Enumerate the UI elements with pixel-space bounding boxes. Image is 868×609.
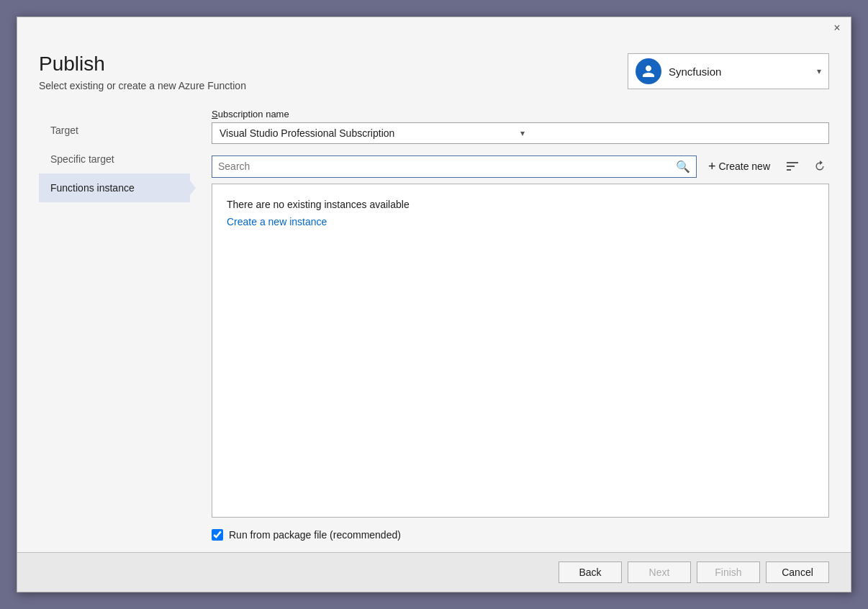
content-area: Publish Select existing or create a new …: [17, 39, 851, 552]
finish-button[interactable]: Finish: [697, 561, 760, 583]
svg-rect-1: [787, 166, 795, 167]
subscription-label: Subscription name: [212, 109, 829, 119]
right-panel: Subscription name Visual Studio Professi…: [190, 109, 829, 552]
create-new-label: Create new: [718, 161, 770, 172]
page-title: Publish: [39, 53, 246, 76]
header-row: Publish Select existing or create a new …: [39, 53, 829, 91]
subscription-arrow: ▾: [520, 128, 821, 138]
sort-icon: [786, 160, 799, 173]
sidebar-item-functions-instance[interactable]: Functions instance: [39, 173, 190, 202]
instances-panel: There are no existing instances availabl…: [212, 184, 829, 518]
toolbar-actions: + Create new: [704, 156, 829, 177]
search-toolbar: 🔍 + Create new: [212, 155, 829, 178]
cancel-button[interactable]: Cancel: [766, 561, 829, 583]
subscription-value: Visual Studio Professional Subscription: [220, 127, 520, 139]
sidebar-item-target[interactable]: Target: [39, 116, 190, 145]
search-box: 🔍: [212, 155, 697, 178]
main-layout: Target Specific target Functions instanc…: [39, 109, 829, 552]
user-icon: [641, 64, 656, 78]
create-new-button[interactable]: + Create new: [704, 156, 774, 177]
header-text: Publish Select existing or create a new …: [39, 53, 246, 91]
next-button[interactable]: Next: [628, 561, 691, 583]
close-button[interactable]: ×: [831, 22, 844, 35]
refresh-button[interactable]: [810, 158, 829, 174]
publish-dialog: × Publish Select existing or create a ne…: [17, 17, 851, 592]
back-button[interactable]: Back: [559, 561, 622, 583]
sort-button[interactable]: [783, 158, 802, 174]
no-instances-message: There are no existing instances availabl…: [227, 199, 814, 210]
account-icon: [636, 58, 661, 84]
create-new-plus: +: [708, 159, 716, 174]
svg-rect-2: [787, 169, 791, 171]
subscription-dropdown[interactable]: Visual Studio Professional Subscription …: [212, 122, 829, 144]
sidebar-item-specific-target[interactable]: Specific target: [39, 145, 190, 173]
sidebar: Target Specific target Functions instanc…: [39, 109, 190, 552]
search-input[interactable]: [218, 161, 676, 172]
refresh-icon: [813, 160, 826, 173]
search-icon: 🔍: [676, 160, 690, 173]
account-name: Syncfusion: [669, 66, 810, 78]
run-from-package-checkbox[interactable]: [212, 529, 223, 541]
run-from-package-label: Run from package file (recommended): [229, 529, 401, 541]
footer: Back Next Finish Cancel: [17, 552, 851, 592]
account-dropdown-arrow: ▾: [817, 66, 821, 76]
account-widget[interactable]: Syncfusion ▾: [628, 53, 829, 89]
checkbox-row: Run from package file (recommended): [212, 529, 829, 541]
create-instance-link[interactable]: Create a new instance: [227, 216, 814, 227]
page-subtitle: Select existing or create a new Azure Fu…: [39, 80, 246, 91]
title-bar: ×: [17, 17, 851, 39]
svg-rect-0: [787, 162, 798, 163]
